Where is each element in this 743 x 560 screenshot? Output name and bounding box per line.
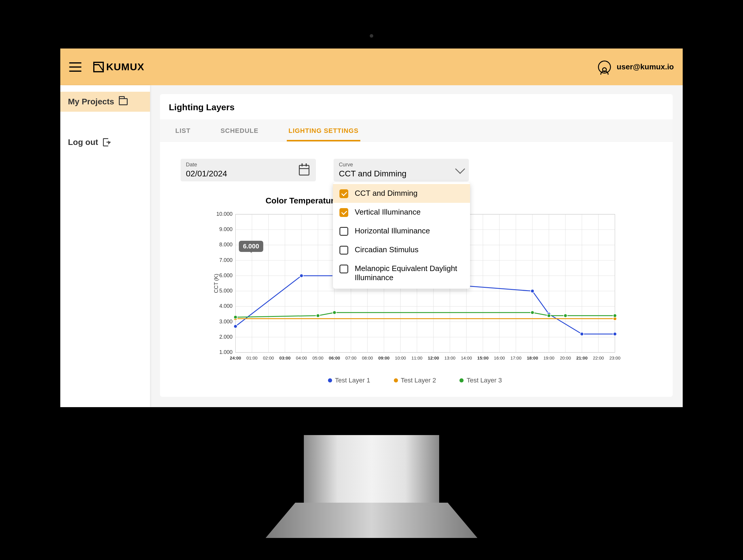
curve-label: Curve bbox=[339, 162, 464, 168]
option-label: Circadian Stimulus bbox=[355, 245, 419, 254]
svg-text:16:00: 16:00 bbox=[494, 356, 505, 360]
app-screen: KUMUX user@kumux.io My Projects Log out bbox=[60, 48, 683, 407]
svg-text:12:00: 12:00 bbox=[428, 356, 439, 360]
svg-text:22:00: 22:00 bbox=[593, 356, 604, 360]
svg-text:3.000: 3.000 bbox=[219, 319, 232, 325]
curve-option-vertical-illuminance[interactable]: Vertical Illuminance bbox=[333, 203, 470, 222]
svg-text:06:00: 06:00 bbox=[329, 356, 340, 360]
svg-text:20:00: 20:00 bbox=[560, 356, 571, 360]
svg-text:21:00: 21:00 bbox=[576, 356, 587, 360]
svg-point-71 bbox=[300, 274, 303, 278]
svg-point-84 bbox=[564, 314, 567, 318]
curve-option-cct-dimming[interactable]: CCT and Dimming bbox=[333, 184, 470, 203]
tab-list[interactable]: LIST bbox=[174, 122, 192, 141]
svg-text:CCT (K): CCT (K) bbox=[213, 274, 219, 293]
svg-text:15:00: 15:00 bbox=[477, 356, 489, 360]
svg-point-82 bbox=[531, 311, 534, 314]
sidebar-item-label: Log out bbox=[68, 138, 98, 147]
checkbox-icon[interactable] bbox=[340, 189, 348, 198]
svg-text:24:00: 24:00 bbox=[230, 356, 241, 360]
svg-text:09:00: 09:00 bbox=[378, 356, 389, 360]
sidebar-item-log-out[interactable]: Log out bbox=[60, 132, 150, 152]
svg-text:23:00: 23:00 bbox=[609, 356, 621, 360]
chart-legend: Test Layer 1 Test Layer 2 Test Layer 3 bbox=[175, 377, 655, 384]
svg-text:10.000: 10.000 bbox=[216, 212, 232, 217]
legend-item-1[interactable]: Test Layer 1 bbox=[328, 377, 370, 384]
user-avatar-icon[interactable] bbox=[598, 60, 611, 74]
chevron-down-icon[interactable] bbox=[455, 167, 463, 174]
brand-logo: KUMUX bbox=[93, 61, 144, 73]
curve-option-circadian-stimulus[interactable]: Circadian Stimulus bbox=[333, 240, 470, 259]
sidebar-item-my-projects[interactable]: My Projects bbox=[60, 92, 150, 112]
webcam-dot bbox=[370, 34, 373, 38]
svg-point-79 bbox=[234, 316, 237, 319]
svg-point-76 bbox=[613, 332, 617, 336]
curve-select[interactable]: Curve CCT and Dimming bbox=[334, 159, 469, 181]
checkbox-icon[interactable] bbox=[340, 208, 348, 217]
svg-point-80 bbox=[316, 314, 320, 318]
svg-text:10:00: 10:00 bbox=[395, 356, 406, 360]
option-label: Melanopic Equivalent Daylight Illuminanc… bbox=[355, 264, 464, 282]
date-field[interactable]: Date 02/01/2024 bbox=[181, 159, 316, 181]
chart-title-right bbox=[520, 196, 564, 205]
hamburger-menu-icon[interactable] bbox=[69, 62, 82, 72]
svg-text:6.000: 6.000 bbox=[219, 273, 232, 278]
tab-schedule[interactable]: SCHEDULE bbox=[219, 122, 260, 141]
option-label: CCT and Dimming bbox=[355, 189, 418, 198]
svg-text:03:00: 03:00 bbox=[279, 356, 291, 360]
curve-option-melanopic-edi[interactable]: Melanopic Equivalent Daylight Illuminanc… bbox=[333, 259, 470, 287]
date-label: Date bbox=[186, 162, 311, 168]
sidebar-item-label: My Projects bbox=[68, 97, 114, 106]
legend-item-2[interactable]: Test Layer 2 bbox=[394, 377, 436, 384]
chart-tooltip: 6.000 bbox=[239, 241, 263, 252]
checkbox-icon[interactable] bbox=[340, 227, 348, 236]
logout-icon bbox=[103, 138, 111, 146]
monitor-stand bbox=[304, 435, 439, 538]
page-title: Lighting Layers bbox=[160, 101, 673, 119]
svg-text:07:00: 07:00 bbox=[345, 356, 356, 360]
tab-lighting-settings[interactable]: LIGHTING SETTINGS bbox=[287, 122, 360, 141]
svg-text:5.000: 5.000 bbox=[219, 288, 232, 294]
svg-text:4.000: 4.000 bbox=[219, 303, 232, 309]
option-label: Horizontal Illuminance bbox=[355, 226, 430, 235]
legend-item-3[interactable]: Test Layer 3 bbox=[460, 377, 502, 384]
svg-text:05:00: 05:00 bbox=[312, 356, 323, 360]
calendar-icon[interactable] bbox=[299, 165, 309, 176]
curve-value: CCT and Dimming bbox=[339, 169, 464, 178]
svg-point-83 bbox=[547, 314, 551, 318]
brand-text: KUMUX bbox=[106, 61, 144, 73]
tooltip-value: 6.000 bbox=[243, 242, 259, 250]
svg-text:18:00: 18:00 bbox=[527, 356, 538, 360]
svg-point-73 bbox=[531, 289, 534, 293]
curve-option-horizontal-illuminance[interactable]: Horizontal Illuminance bbox=[333, 222, 470, 240]
svg-text:2.000: 2.000 bbox=[219, 334, 232, 340]
brand-mark-icon bbox=[93, 62, 104, 72]
svg-text:7.000: 7.000 bbox=[219, 257, 232, 263]
option-label: Vertical Illuminance bbox=[355, 207, 421, 217]
svg-text:19:00: 19:00 bbox=[543, 356, 555, 360]
date-value: 02/01/2024 bbox=[186, 169, 311, 178]
svg-point-81 bbox=[333, 311, 336, 314]
svg-point-75 bbox=[580, 332, 583, 336]
curve-dropdown-panel: CCT and Dimming Vertical Illuminance Hor… bbox=[333, 182, 470, 289]
svg-text:1.000: 1.000 bbox=[219, 349, 232, 355]
app-header: KUMUX user@kumux.io bbox=[60, 48, 683, 85]
svg-text:8.000: 8.000 bbox=[219, 242, 232, 247]
svg-point-85 bbox=[613, 314, 617, 318]
checkbox-icon[interactable] bbox=[340, 265, 348, 273]
svg-text:9.000: 9.000 bbox=[219, 226, 232, 232]
checkbox-icon[interactable] bbox=[340, 246, 348, 254]
svg-text:13:00: 13:00 bbox=[444, 356, 455, 360]
user-email: user@kumux.io bbox=[617, 62, 674, 72]
svg-point-70 bbox=[234, 325, 237, 328]
tab-bar: LIST SCHEDULE LIGHTING SETTINGS bbox=[160, 119, 673, 142]
folder-icon bbox=[119, 98, 128, 105]
sidebar: My Projects Log out bbox=[60, 85, 150, 407]
chart-title-left: Color Temperature bbox=[266, 196, 339, 205]
svg-text:14:00: 14:00 bbox=[461, 356, 472, 360]
svg-text:02:00: 02:00 bbox=[263, 356, 274, 360]
svg-text:11:00: 11:00 bbox=[411, 356, 423, 360]
svg-text:01:00: 01:00 bbox=[247, 356, 258, 360]
svg-text:04:00: 04:00 bbox=[296, 356, 307, 360]
svg-text:17:00: 17:00 bbox=[510, 356, 522, 360]
